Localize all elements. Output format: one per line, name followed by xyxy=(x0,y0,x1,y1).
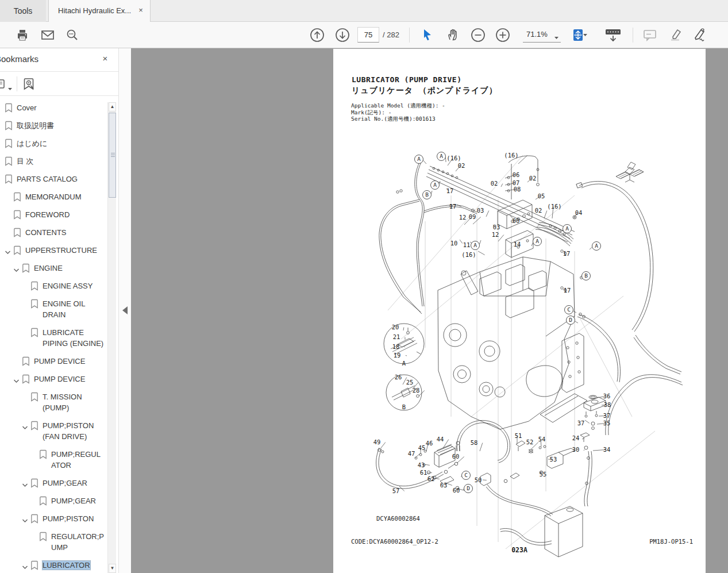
bookmark-label[interactable]: PUMP DEVICE xyxy=(34,357,85,366)
bookmark-item[interactable]: FOREWORD xyxy=(0,209,107,220)
bookmark-label[interactable]: REGULATOR;PUMP xyxy=(51,532,104,552)
bookmark-item[interactable]: T. MISSION (PUMP) xyxy=(0,391,107,413)
bookmark-label[interactable]: LUBRICATOR xyxy=(43,561,90,570)
clipped-icon[interactable] xyxy=(0,29,4,41)
bookmark-label[interactable]: ENGINE OIL DRAIN xyxy=(43,299,85,319)
bookmark-label[interactable]: UPPERSTRUCTURE xyxy=(25,246,97,255)
bookmark-label[interactable]: PUMP;REGULATOR xyxy=(51,450,101,470)
find-current-bookmark-icon[interactable] xyxy=(23,78,37,94)
bookmark-label[interactable]: FOREWORD xyxy=(25,210,70,219)
bookmark-item[interactable]: PUMP DEVICE xyxy=(0,374,107,384)
bookmarks-scrollbar[interactable]: ▲ ▼ xyxy=(107,102,116,573)
chevron-expand-icon[interactable] xyxy=(5,247,11,257)
scrollbar-thumb[interactable] xyxy=(109,113,116,198)
bookmark-label[interactable]: PUMP;PISTON xyxy=(43,514,94,523)
leader-line xyxy=(498,235,504,242)
toolbar-collapse-icon[interactable] xyxy=(604,28,622,43)
bookmark-label[interactable]: はじめに xyxy=(17,139,47,148)
callout-number: 21 xyxy=(393,333,400,340)
chevron-expand-icon[interactable] xyxy=(22,422,28,433)
bookmark-item[interactable]: PUMP;GEAR xyxy=(0,495,107,506)
chevron-expand-icon[interactable] xyxy=(13,375,20,386)
page-number-input[interactable]: 75 xyxy=(357,27,379,43)
bookmark-label[interactable]: MEMORANDUM xyxy=(25,193,82,201)
scroll-up-button[interactable]: ▲ xyxy=(109,102,116,111)
bookmark-icon xyxy=(5,139,13,151)
bookmark-label[interactable]: 取扱説明書 xyxy=(17,121,54,130)
chevron-expand-icon[interactable] xyxy=(22,562,28,572)
bookmark-item[interactable]: UPPERSTRUCTURE xyxy=(0,245,107,256)
tab-document[interactable]: Hitachi Hydraulic Ex... × xyxy=(48,0,151,22)
bookmark-label[interactable]: CONTENTS xyxy=(25,228,67,237)
bookmark-label[interactable]: 目 次 xyxy=(17,157,34,166)
bookmark-item[interactable]: MEMORANDUM xyxy=(0,191,107,202)
callout-number: 36 xyxy=(603,393,611,399)
bookmark-icon xyxy=(13,210,21,222)
bookmark-icon xyxy=(22,263,30,276)
leader-line xyxy=(544,211,547,219)
tab-tools[interactable]: Tools xyxy=(0,0,46,22)
bookmark-label[interactable]: Cover xyxy=(17,103,37,112)
bookmark-item[interactable]: PUMP;REGULATOR xyxy=(0,449,107,471)
bookmark-icon xyxy=(13,192,21,205)
chevron-expand-icon[interactable] xyxy=(13,264,20,275)
bookmark-label[interactable]: PUMP;GEAR xyxy=(43,479,87,487)
bookmark-label[interactable]: ENGINE xyxy=(34,264,63,272)
email-icon[interactable] xyxy=(40,29,55,41)
panel-divider[interactable] xyxy=(119,48,131,573)
bookmark-item[interactable]: ENGINE ASSY xyxy=(0,280,107,291)
comment-icon[interactable] xyxy=(642,28,657,42)
bookmark-item[interactable]: Cover xyxy=(0,102,107,113)
tab-bar: Tools Hitachi Hydraulic Ex... × xyxy=(0,0,728,22)
bookmark-label[interactable]: PUMP DEVICE xyxy=(34,375,85,383)
hand-tool-icon[interactable] xyxy=(445,28,460,43)
bookmark-label[interactable]: LUBRICATE PIPING (ENGINE) xyxy=(43,328,103,348)
bookmark-label[interactable]: PARTS CATALOG xyxy=(17,175,78,183)
bookmark-item[interactable]: REGULATOR;PUMP xyxy=(0,531,107,553)
callout-number: 04 xyxy=(575,209,583,216)
bookmark-label[interactable]: T. MISSION (PUMP) xyxy=(43,393,82,412)
bookmark-item[interactable]: ENGINE xyxy=(0,263,107,274)
bookmark-label[interactable]: ENGINE ASSY xyxy=(43,282,93,290)
bookmark-item[interactable]: PUMP;PISTON (FAN DRIVE) xyxy=(0,420,107,442)
search-icon[interactable] xyxy=(66,28,79,42)
bookmark-item[interactable]: PUMP DEVICE xyxy=(0,356,107,367)
bookmark-item[interactable]: 目 次 xyxy=(0,156,107,167)
bookmark-item[interactable]: PUMP;PISTON xyxy=(0,513,107,524)
bookmark-item[interactable]: 取扱説明書 xyxy=(0,120,107,131)
zoom-in-icon[interactable] xyxy=(495,28,510,43)
fill-sign-icon[interactable] xyxy=(693,28,709,43)
highlight-icon[interactable] xyxy=(668,28,683,43)
bookmark-item[interactable]: LUBRICATE PIPING (ENGINE) xyxy=(0,327,107,349)
bookmark-label[interactable]: PUMP;PISTON (FAN DRIVE) xyxy=(43,421,94,441)
bookmarks-close-icon[interactable]: × xyxy=(100,53,110,64)
callout-number: 05 xyxy=(538,193,545,199)
scroll-down-button[interactable]: ▼ xyxy=(109,564,116,573)
zoom-out-icon[interactable] xyxy=(471,28,486,43)
print-icon[interactable] xyxy=(16,28,29,42)
callout-number: 02 xyxy=(491,180,498,187)
bookmark-icon xyxy=(5,121,13,133)
callout-number: 17 xyxy=(563,250,571,257)
bookmark-options-icon[interactable] xyxy=(0,79,6,91)
bookmark-item[interactable]: はじめに xyxy=(0,138,107,149)
fit-page-icon[interactable] xyxy=(572,28,589,42)
page-down-icon[interactable] xyxy=(335,28,350,43)
bookmark-item[interactable]: ENGINE OIL DRAIN xyxy=(0,298,107,320)
bookmark-item[interactable]: PUMP;GEAR xyxy=(0,478,107,489)
document-canvas[interactable]: LUBRICATOR (PUMP DRIVE) リュブリケータ （ポンプドライブ… xyxy=(131,48,728,573)
bookmark-item[interactable]: CONTENTS xyxy=(0,227,107,238)
bookmark-icon xyxy=(13,228,21,240)
bookmark-item[interactable]: LUBRICATOR xyxy=(0,560,107,571)
chevron-expand-icon[interactable] xyxy=(22,479,28,490)
bookmark-item[interactable]: PARTS CATALOG xyxy=(0,174,107,184)
chevron-down-icon[interactable] xyxy=(7,83,13,93)
select-tool-icon[interactable] xyxy=(421,28,434,42)
zoom-level-select[interactable]: 71.1% xyxy=(523,27,561,43)
bookmark-label[interactable]: PUMP;GEAR xyxy=(51,497,96,505)
chevron-expand-icon[interactable] xyxy=(22,515,28,526)
callout-number: 12 xyxy=(492,231,499,238)
collapse-panel-icon[interactable] xyxy=(122,306,128,314)
page-up-icon[interactable] xyxy=(310,28,325,43)
tab-close-icon[interactable]: × xyxy=(136,6,145,15)
